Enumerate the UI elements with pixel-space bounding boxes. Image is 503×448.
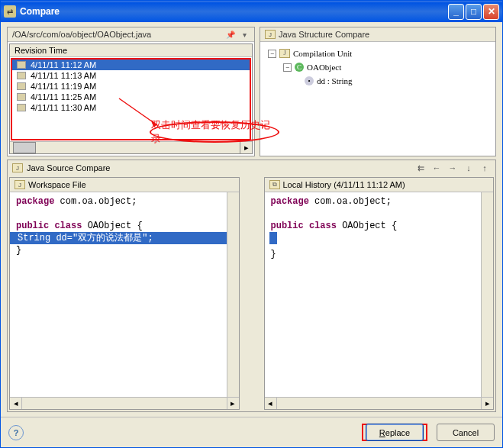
file-path: /OA/src/com/oa/object/OAObject.java (12, 30, 151, 39)
close-button[interactable]: ✕ (483, 4, 499, 20)
revision-time: 4/11/11 11:12 AM (31, 60, 96, 69)
code-text: OAObject { (82, 221, 142, 231)
replace-button[interactable]: Replace (366, 424, 424, 441)
revision-item[interactable]: 4/11/11 11:13 AM (12, 70, 250, 81)
revision-icon (17, 72, 26, 79)
code-keyword: package (271, 196, 309, 207)
revision-icon (17, 61, 26, 69)
maximize-button[interactable]: □ (466, 4, 482, 20)
revision-time: 4/11/11 11:19 AM (31, 82, 96, 91)
menu-icon[interactable]: ▾ (239, 30, 250, 39)
code-text: } (271, 249, 276, 259)
code-keyword: public (16, 221, 49, 231)
left-code[interactable]: package com.oa.object; public class OAOb… (10, 192, 227, 397)
revision-scrollbar[interactable]: ▸ (10, 141, 252, 153)
revision-header: Revision Time (10, 44, 252, 57)
revision-icon (17, 104, 26, 111)
window-icon: ⇄ (4, 5, 16, 18)
revision-item[interactable]: 4/11/11 11:12 AM (12, 60, 250, 70)
code-text: } (16, 245, 21, 256)
java-icon: J (15, 180, 25, 189)
revision-item[interactable]: 4/11/11 11:30 AM (12, 102, 250, 113)
code-keyword: class (304, 221, 337, 231)
window-title: Compare (20, 6, 448, 17)
code-keyword: public (271, 221, 304, 231)
code-text: com.oa.object; (309, 196, 392, 207)
titlebar[interactable]: ⇄ Compare _ □ ✕ (1, 1, 502, 22)
horizontal-scrollbar[interactable]: ◂▸ (265, 397, 494, 409)
minimize-button[interactable]: _ (448, 4, 464, 20)
code-text: String dd="双方的说法都是"; (18, 233, 153, 243)
cu-icon: J (279, 49, 290, 58)
copy-left-icon[interactable]: ← (430, 163, 443, 173)
right-code[interactable]: package com.oa.object; public class OAOb… (265, 192, 482, 397)
source-compare-panel: J Java Source Compare ⇇ ← → ↓ ↑ JWorkspa… (7, 160, 496, 412)
replace-label: eplace (385, 428, 410, 437)
code-text: OAObject { (337, 221, 397, 231)
source-compare-title: Java Source Compare (27, 163, 110, 172)
right-title: Local History (4/11/11 11:12 AM) (283, 180, 405, 189)
revision-icon (17, 93, 26, 101)
replace-button-highlight: Replace (362, 424, 427, 441)
history-icon: ⧉ (269, 180, 280, 189)
class-icon: C (295, 63, 304, 72)
code-keyword: class (49, 221, 82, 231)
vertical-scrollbar[interactable] (481, 192, 493, 397)
left-title: Workspace File (28, 180, 86, 189)
code-keyword: package (16, 196, 54, 207)
revision-panel: /OA/src/com/oa/object/OAObject.java 📌 ▾ … (7, 27, 255, 156)
local-history-panel: ⧉Local History (4/11/11 11:12 AM) packag… (264, 177, 495, 410)
tree-label: Compilation Unit (293, 47, 352, 60)
workspace-file-panel: JWorkspace File package com.oa.object; p… (9, 177, 240, 410)
revision-items: 4/11/11 11:12 AM 4/11/11 11:13 AM 4/11/1… (11, 58, 251, 140)
vertical-scrollbar[interactable] (227, 192, 239, 397)
java-icon: J (265, 30, 276, 39)
copy-all-left-icon[interactable]: ⇇ (414, 163, 427, 173)
code-text: com.oa.object; (54, 196, 137, 207)
collapse-icon[interactable]: − (268, 50, 276, 58)
collapse-icon[interactable]: − (283, 63, 292, 72)
horizontal-scrollbar[interactable]: ◂▸ (10, 397, 239, 409)
structure-title: Java Structure Compare (279, 30, 369, 39)
revision-time: 4/11/11 11:25 AM (31, 92, 96, 102)
next-diff-icon[interactable]: ↓ (463, 163, 475, 173)
revision-item[interactable]: 4/11/11 11:25 AM (12, 92, 250, 102)
java-icon: J (12, 163, 23, 172)
structure-tree[interactable]: − J Compilation Unit − C OAObject • dd :… (260, 42, 495, 156)
prev-diff-icon[interactable]: ↑ (479, 163, 491, 173)
diff-gutter (240, 177, 264, 410)
structure-panel: J Java Structure Compare − J Compilation… (260, 27, 496, 156)
compare-dialog: ⇄ Compare _ □ ✕ /OA/src/com/oa/object/OA… (0, 0, 503, 448)
cancel-label: Cancel (453, 428, 479, 437)
tree-label: OAObject (307, 60, 341, 74)
tree-label: dd : String (317, 74, 352, 88)
revision-time: 4/11/11 11:13 AM (31, 71, 96, 80)
button-bar: ? Replace Cancel (1, 417, 502, 447)
revision-item[interactable]: 4/11/11 11:19 AM (12, 81, 250, 92)
copy-right-icon[interactable]: → (447, 163, 459, 173)
pin-icon[interactable]: 📌 (225, 30, 236, 39)
help-button[interactable]: ? (8, 425, 24, 440)
cancel-button[interactable]: Cancel (437, 424, 495, 441)
revision-icon (17, 82, 26, 90)
revision-time: 4/11/11 11:30 AM (31, 103, 96, 112)
field-icon: • (305, 76, 314, 85)
diff-line-highlight: String dd="双方的说法都是"; (10, 232, 227, 244)
diff-line-highlight (269, 232, 277, 244)
